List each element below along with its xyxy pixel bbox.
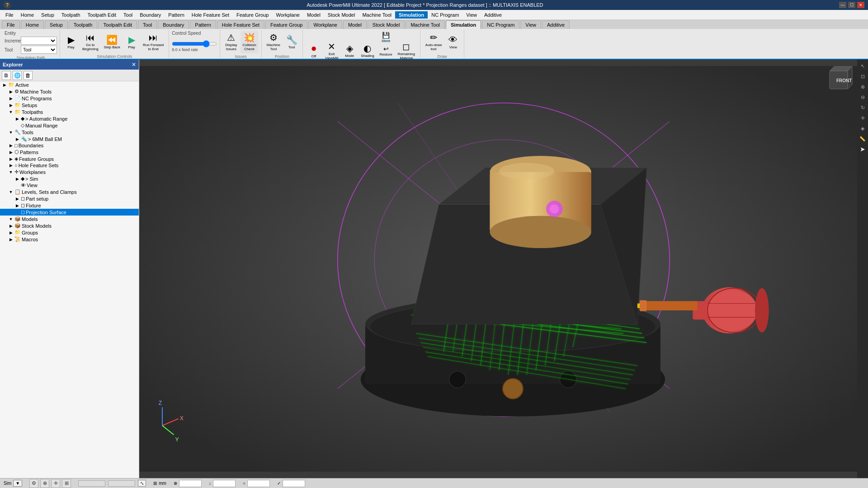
tree-toggle-automatic-range[interactable]: ▶ [14, 116, 20, 122]
menu-item-boundary[interactable]: Boundary [136, 11, 165, 19]
web-button[interactable]: 🌐 [13, 71, 22, 80]
new-item-button[interactable]: 🗎 [2, 71, 11, 80]
tree-item-setups[interactable]: ▶📁Setups [0, 102, 139, 108]
tree-item-active[interactable]: ▶📁Active [0, 81, 139, 88]
tree-item-levels-sets-clamps[interactable]: ▼📋Levels, Sets and Clamps [0, 188, 139, 195]
tree-toggle-levels-sets-clamps[interactable]: ▼ [8, 189, 14, 195]
tree-item-feature-groups[interactable]: ▶◈Feature Groups [0, 155, 139, 162]
step-back-button[interactable]: ⏪ Step Back [102, 31, 123, 53]
tree-item-patterns[interactable]: ▶⬡Patterns [0, 149, 139, 155]
tree-item-stock-models[interactable]: ▶📦Stock Models [0, 222, 139, 229]
ribbon-tab-view[interactable]: View [520, 20, 541, 29]
go-to-beginning-button[interactable]: ⏮ Go to Beginning [80, 31, 101, 53]
ribbon-tab-machine-tool[interactable]: Machine Tool [406, 20, 445, 29]
menu-item-pattern[interactable]: Pattern [165, 11, 188, 19]
tree-toggle-tools[interactable]: ▼ [8, 130, 14, 135]
val3-input[interactable]: 6.0 [247, 480, 270, 487]
status-icon-2[interactable]: ⊕ [40, 479, 49, 488]
menu-item-machine-tool[interactable]: Machine Tool [359, 11, 395, 19]
menu-item-toolpath[interactable]: Toolpath [58, 11, 84, 19]
status-icon-1[interactable]: ⚙ [29, 479, 38, 488]
status-icon-3[interactable]: ✛ [51, 479, 60, 488]
ribbon-tab-boundary[interactable]: Boundary [158, 20, 189, 29]
val1-input[interactable]: 0.01 [179, 480, 202, 487]
menu-item-view[interactable]: View [462, 11, 481, 19]
menu-item-workplane[interactable]: Workplane [272, 11, 303, 19]
menu-item-file[interactable]: File [2, 11, 17, 19]
zoom-out-icon[interactable]: ⊖ [858, 93, 867, 102]
delete-button[interactable]: 🗑 [24, 71, 33, 80]
rotate-icon[interactable]: ↻ [858, 103, 867, 112]
tree-item-6mm-ball-em[interactable]: ▶🔩> 6MM Ball EM [0, 136, 139, 142]
tree-toggle-6mm-ball-em[interactable]: ▶ [14, 136, 20, 142]
collision-check-button[interactable]: 💥 Collision Check [241, 31, 259, 53]
val4-input[interactable]: 3.0 [283, 480, 305, 487]
tree-item-models[interactable]: ▼📦Models [0, 216, 139, 222]
select-icon[interactable]: ◈ [858, 124, 867, 133]
restore-button[interactable]: ↩ Restore [377, 44, 395, 57]
run-to-end-button[interactable]: ⏭ Run Forward to End [141, 31, 166, 53]
menu-item-hole-feature-set[interactable]: Hole Feature Set [188, 11, 233, 19]
ribbon-tab-toolpath-edit[interactable]: Toolpath Edit [98, 20, 137, 29]
tree-item-sim[interactable]: ▶◆> Sim [0, 175, 139, 182]
tree-item-automatic-range[interactable]: ▶◆> Automatic Range [0, 115, 139, 122]
ribbon-tab-home[interactable]: Home [21, 20, 44, 29]
ribbon-tab-model[interactable]: Model [343, 20, 367, 29]
viewcube[interactable]: FRONT [823, 64, 854, 96]
increment-select[interactable] [21, 37, 57, 45]
expand-button[interactable]: ⤡ [138, 480, 146, 487]
tree-toggle-sim[interactable]: ▶ [14, 176, 20, 182]
viewport[interactable]: Z X Y FRONT ↖ ⊡ ⊕ ⊖ ↻ ✛ ◈ 📏 ➤ [139, 60, 868, 478]
tree-toggle-boundaries[interactable]: ▶ [8, 143, 14, 148]
tree-item-workplanes[interactable]: ▼✛Workplanes [0, 169, 139, 175]
tree-item-macros[interactable]: ▶📜Macros [0, 236, 139, 243]
tree-item-groups[interactable]: ▶📁Groups [0, 229, 139, 236]
ribbon-tab-tool[interactable]: Tool [138, 20, 157, 29]
arrow-icon[interactable]: ➤ [858, 145, 867, 154]
menu-item-toolpath-edit[interactable]: Toolpath Edit [84, 11, 120, 19]
auto-draw-tool-button[interactable]: ✏ Auto-draw tool [423, 31, 444, 53]
tree-toggle-part-setup[interactable]: ▶ [14, 196, 20, 202]
shading-button[interactable]: ◐ Shading [359, 40, 376, 62]
tree-item-manual-range[interactable]: ◇Manual Range [0, 122, 139, 129]
zoom-in-icon[interactable]: ⊕ [858, 82, 867, 91]
ribbon-tab-pattern[interactable]: Pattern [190, 20, 216, 29]
menu-item-additive[interactable]: Additive [481, 11, 505, 19]
tree-toggle-fixture[interactable]: ▶ [14, 203, 20, 208]
ribbon-tab-simulation[interactable]: Simulation [446, 20, 481, 29]
ribbon-tab-feature-group[interactable]: Feature Group [265, 20, 308, 29]
explorer-close-button[interactable]: ✕ [132, 61, 136, 68]
pan-icon[interactable]: ✛ [858, 113, 867, 122]
tree-toggle-nc-programs[interactable]: ▶ [8, 96, 14, 101]
store-button[interactable]: 💾 Store [377, 31, 395, 44]
measure-icon[interactable]: 📏 [858, 134, 867, 143]
ribbon-tab-hole-feature-set[interactable]: Hole Feature Set [217, 20, 264, 29]
display-issues-button[interactable]: ⚠ Display Issues [223, 31, 239, 53]
tree-toggle-hole-feature-sets[interactable]: ▶ [8, 163, 14, 168]
menu-item-stock-model[interactable]: Stock Model [324, 11, 359, 19]
tree-toggle-projection-surface[interactable] [14, 210, 20, 215]
tool-position-button[interactable]: 🔧 Tool [283, 31, 300, 53]
tree-item-view[interactable]: 👁View [0, 182, 139, 188]
close-button[interactable]: ✕ [857, 2, 864, 8]
menu-item-simulation[interactable]: Simulation [395, 11, 428, 19]
menu-item-nc-program[interactable]: NC Program [428, 11, 462, 19]
minimize-button[interactable]: — [839, 2, 846, 8]
ribbon-tab-stock-model[interactable]: Stock Model [368, 20, 405, 29]
tree-item-toolpaths[interactable]: ▼📁Toolpaths [0, 108, 139, 115]
tree-item-projection-surface[interactable]: ◻Projection Surface [0, 209, 139, 216]
cursor-icon[interactable]: ↖ [858, 61, 867, 70]
view-button[interactable]: 👁 View [445, 31, 461, 53]
ribbon-tab-workplane[interactable]: Workplane [308, 20, 342, 29]
speed-slider[interactable] [172, 40, 217, 47]
ribbon-tab-additive[interactable]: Additive [542, 20, 570, 29]
tree-toggle-macros[interactable]: ▶ [8, 237, 14, 242]
status-icon-4[interactable]: ⊞ [62, 479, 71, 488]
remaining-material-button[interactable]: ◻ Remaining Material [396, 40, 417, 62]
tree-toggle-machine-tools[interactable]: ▶ [8, 89, 14, 94]
tree-toggle-models[interactable]: ▼ [8, 216, 14, 222]
machine-tool-button[interactable]: ⚙ Machine Tool [264, 31, 283, 53]
step-forward-button[interactable]: ▶ Play [123, 31, 140, 53]
ribbon-tab-setup[interactable]: Setup [45, 20, 68, 29]
tree-item-part-setup[interactable]: ▶◻Part setup [0, 195, 139, 202]
